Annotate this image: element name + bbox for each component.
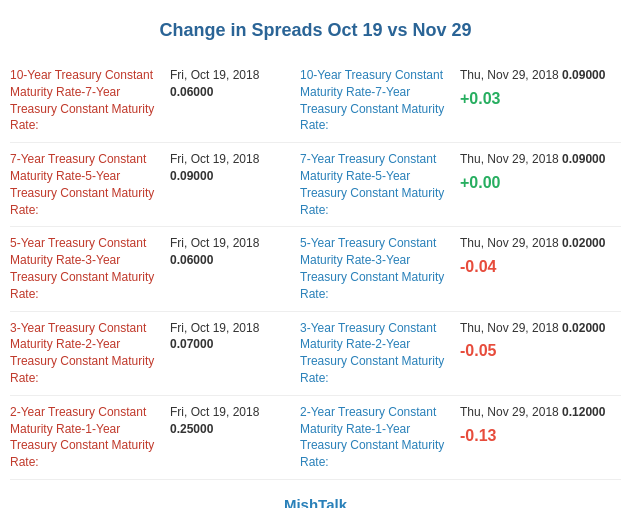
spreads-table: 10-Year Treasury Constant Maturity Rate-… bbox=[10, 59, 621, 480]
change-value-4: -0.13 bbox=[460, 425, 621, 447]
right-value-0: 0.09000 bbox=[562, 68, 605, 82]
right-label-1: 7-Year Treasury Constant Maturity Rate-5… bbox=[300, 151, 460, 218]
right-value-3: 0.02000 bbox=[562, 321, 605, 335]
left-value-0: 0.06000 bbox=[170, 85, 213, 99]
right-date-4: Thu, Nov 29, 2018 0.12000 -0.13 bbox=[460, 404, 621, 447]
right-label-4: 2-Year Treasury Constant Maturity Rate-1… bbox=[300, 404, 460, 471]
left-date-2: Fri, Oct 19, 2018 0.06000 bbox=[170, 235, 300, 269]
footer-brand: MishTalk bbox=[10, 496, 621, 508]
left-date-1: Fri, Oct 19, 2018 0.09000 bbox=[170, 151, 300, 185]
page-title: Change in Spreads Oct 19 vs Nov 29 bbox=[10, 20, 621, 41]
table-row: 5-Year Treasury Constant Maturity Rate-3… bbox=[10, 227, 621, 311]
left-date-0: Fri, Oct 19, 2018 0.06000 bbox=[170, 67, 300, 101]
right-value-4: 0.12000 bbox=[562, 405, 605, 419]
right-value-1: 0.09000 bbox=[562, 152, 605, 166]
left-label-3: 3-Year Treasury Constant Maturity Rate-2… bbox=[10, 320, 170, 387]
left-label-0: 10-Year Treasury Constant Maturity Rate-… bbox=[10, 67, 170, 134]
left-value-4: 0.25000 bbox=[170, 422, 213, 436]
right-date-0: Thu, Nov 29, 2018 0.09000 +0.03 bbox=[460, 67, 621, 110]
table-row: 10-Year Treasury Constant Maturity Rate-… bbox=[10, 59, 621, 143]
table-row: 7-Year Treasury Constant Maturity Rate-5… bbox=[10, 143, 621, 227]
table-row: 2-Year Treasury Constant Maturity Rate-1… bbox=[10, 396, 621, 480]
left-value-2: 0.06000 bbox=[170, 253, 213, 267]
right-label-2: 5-Year Treasury Constant Maturity Rate-3… bbox=[300, 235, 460, 302]
left-date-4: Fri, Oct 19, 2018 0.25000 bbox=[170, 404, 300, 438]
left-label-1: 7-Year Treasury Constant Maturity Rate-5… bbox=[10, 151, 170, 218]
right-date-3: Thu, Nov 29, 2018 0.02000 -0.05 bbox=[460, 320, 621, 363]
table-row: 3-Year Treasury Constant Maturity Rate-2… bbox=[10, 312, 621, 396]
left-label-4: 2-Year Treasury Constant Maturity Rate-1… bbox=[10, 404, 170, 471]
change-value-0: +0.03 bbox=[460, 88, 621, 110]
left-label-2: 5-Year Treasury Constant Maturity Rate-3… bbox=[10, 235, 170, 302]
change-value-2: -0.04 bbox=[460, 256, 621, 278]
left-value-1: 0.09000 bbox=[170, 169, 213, 183]
right-date-2: Thu, Nov 29, 2018 0.02000 -0.04 bbox=[460, 235, 621, 278]
right-value-2: 0.02000 bbox=[562, 236, 605, 250]
right-label-3: 3-Year Treasury Constant Maturity Rate-2… bbox=[300, 320, 460, 387]
right-label-0: 10-Year Treasury Constant Maturity Rate-… bbox=[300, 67, 460, 134]
change-value-3: -0.05 bbox=[460, 340, 621, 362]
left-date-3: Fri, Oct 19, 2018 0.07000 bbox=[170, 320, 300, 354]
right-date-1: Thu, Nov 29, 2018 0.09000 +0.00 bbox=[460, 151, 621, 194]
left-value-3: 0.07000 bbox=[170, 337, 213, 351]
change-value-1: +0.00 bbox=[460, 172, 621, 194]
